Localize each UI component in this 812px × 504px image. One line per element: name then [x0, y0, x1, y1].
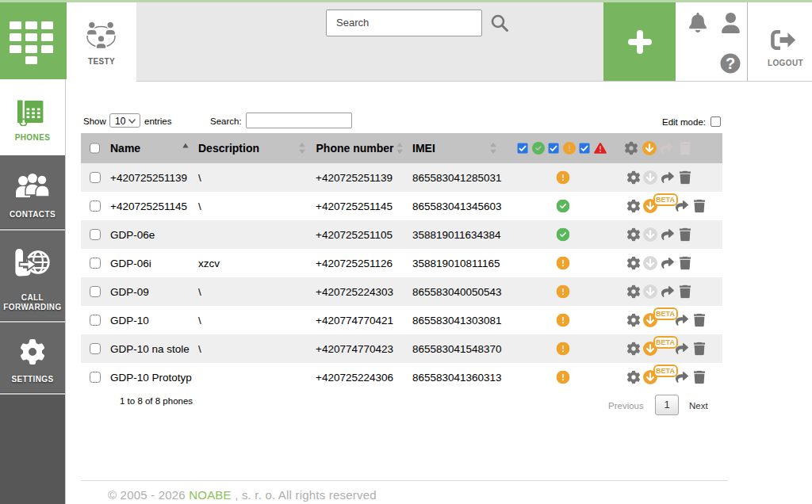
svg-text:?: ?: [726, 55, 735, 72]
